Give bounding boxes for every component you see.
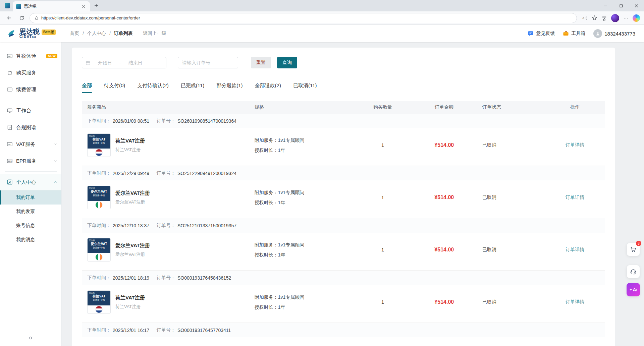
tab-cancelled[interactable]: 已取消(11): [293, 82, 317, 93]
thumbnail-banner: 思达税 爱尔兰VAT 新注册+申报: [88, 186, 110, 201]
spec-line-2: 授权时长：1年: [255, 145, 354, 155]
order-row: 思达税 荷兰VAT 新注册+申报 荷兰VAT注册 荷兰VAT注册: [82, 285, 605, 323]
order-group-header: 下单时间： 2025/12/29 09:49 订单号： SO2512290949…: [82, 166, 605, 180]
sidebar-item-epr-services[interactable]: EPR EPR服务: [0, 153, 61, 169]
date-end-input[interactable]: [122, 60, 149, 65]
product-cell: 思达税 爱尔兰VAT 新注册+申报 爱尔兰VAT注册 爱尔兰VAT注册: [82, 238, 255, 262]
tab-payment-confirming[interactable]: 支付待确认(2): [137, 82, 168, 93]
new-badge: NEW: [46, 54, 57, 58]
sidebar-item-compliance-map[interactable]: 合规图谱: [0, 119, 61, 136]
sidebar-sub-item-my-messages[interactable]: 我的消息: [0, 233, 61, 247]
collections-icon[interactable]: [601, 15, 607, 21]
refresh-button[interactable]: [17, 13, 27, 23]
sidebar-sub-item-my-orders[interactable]: 我的订单: [0, 190, 61, 205]
sidebar-item-workbench[interactable]: 工作台: [0, 102, 61, 119]
order-number-value: SO000193176457703411: [177, 328, 231, 333]
status-value: 已取消: [477, 194, 545, 200]
thumbnail-banner: 思达税 荷兰VAT 新注册+申报: [88, 291, 110, 305]
tab-completed[interactable]: 已完成(11): [181, 82, 205, 93]
brand-title: 思达税: [19, 28, 40, 35]
reset-button[interactable]: 重置: [251, 57, 271, 68]
address-bar[interactable]: https://client-dev.cidatax.com/personal-…: [30, 13, 577, 23]
profile-avatar[interactable]: [611, 14, 619, 22]
product-subtitle: 荷兰VAT注册: [115, 147, 145, 153]
browser-tab[interactable]: 思达税: [13, 1, 90, 11]
action-cell: 订单详情: [545, 194, 605, 200]
maximize-button[interactable]: [613, 0, 629, 11]
thumbnail-title: 荷兰VAT: [93, 294, 106, 299]
country-flag: [95, 149, 103, 156]
order-row: 思达税 荷兰VAT 新注册+申报 荷兰VAT注册 荷兰VAT注册: [82, 128, 605, 166]
brand-logo[interactable]: 思达税 CiDATax Beta版: [7, 28, 70, 39]
flag-stripe: [98, 201, 100, 208]
breadcrumb-item-home[interactable]: 首页: [70, 31, 79, 37]
cart-icon: [630, 246, 637, 253]
date-start-input[interactable]: [92, 60, 118, 65]
spec-cell: 附加服务：1v1专属顾问 授权时长：1年: [255, 292, 354, 312]
flag-stripe: [96, 201, 98, 208]
orders-card: - 重置 查询 全部 待支付(0) 支付待确认(2) 已完成(11) 部分退款(…: [72, 48, 615, 346]
tab-favicon: [16, 4, 21, 9]
svg-text:A: A: [582, 16, 584, 19]
sidebar-item-label: 购买服务: [16, 70, 57, 76]
sidebar-sub-item-account-info[interactable]: 账号信息: [0, 219, 61, 233]
amount-value: ¥514.00: [412, 247, 477, 253]
thumbnail-banner: 思达税 爱尔兰VAT 新注册+申报: [88, 238, 110, 253]
tab-all[interactable]: 全部: [82, 82, 92, 93]
chevron-up-icon: [53, 180, 57, 184]
sidebar-item-label: 工作台: [16, 108, 57, 114]
vat-box-icon: VAT: [7, 53, 13, 59]
more-menu-icon[interactable]: [623, 15, 629, 21]
order-detail-link[interactable]: 订单详情: [566, 194, 584, 200]
spec-line-2: 授权时长：1年: [255, 302, 354, 312]
order-group: 下单时间： 2025/12/01 18:19 订单号： SO0001931764…: [82, 270, 605, 323]
vat-box-icon: VAT: [7, 141, 13, 147]
order-row: 思达税 爱尔兰VAT 新注册+申报 爱尔兰VAT注册 爱尔兰VAT注册: [82, 180, 605, 218]
site-info-lock-icon[interactable]: [35, 16, 39, 20]
tab-close-icon[interactable]: [80, 3, 87, 9]
sidebar-divider: [5, 171, 57, 172]
favorite-star-icon[interactable]: [592, 15, 597, 21]
product-thumbnail: 思达税 荷兰VAT 新注册+申报: [87, 290, 111, 314]
order-number-label: 订单号：: [157, 170, 175, 176]
order-detail-link[interactable]: 订单详情: [566, 142, 584, 148]
collapse-sidebar-icon[interactable]: [0, 335, 61, 341]
order-number-input[interactable]: [178, 57, 238, 68]
back-button[interactable]: [4, 13, 14, 23]
toolbox-button[interactable]: 工具箱: [563, 31, 585, 37]
date-range-input[interactable]: -: [82, 57, 166, 68]
support-chat-button[interactable]: [627, 265, 640, 278]
order-group-header: 下单时间： 2025/12/01 16:17 订单号： SO0001931764…: [82, 323, 605, 337]
query-button[interactable]: 查询: [277, 57, 297, 68]
brand-subtitle: CiDATax: [19, 35, 40, 39]
sidebar-item-vat-services[interactable]: VAT VAT服务: [0, 136, 61, 153]
table-header-action: 操作: [545, 104, 605, 110]
status-value: 已取消: [477, 142, 545, 148]
order-group-partial: 下单时间： 2025/12/01 16:17 订单号： SO0001931764…: [82, 323, 605, 337]
close-button[interactable]: [629, 0, 644, 11]
ai-assistant-button[interactable]: Ai: [627, 283, 640, 296]
copilot-icon[interactable]: [633, 14, 640, 22]
minimize-button[interactable]: [598, 0, 613, 11]
cart-button[interactable]: 8: [627, 243, 640, 256]
sidebar-item-personal-center[interactable]: 个人中心: [0, 174, 61, 190]
user-account[interactable]: 18324433773: [593, 29, 635, 38]
feedback-button[interactable]: 意见反馈: [528, 31, 555, 37]
sidebar-item-renewal[interactable]: 续费管理: [0, 81, 61, 98]
spec-line-2: 授权时长：1年: [255, 197, 354, 208]
order-detail-link[interactable]: 订单详情: [566, 299, 584, 304]
user-avatar-icon[interactable]: [593, 29, 602, 38]
new-tab-button[interactable]: [92, 1, 101, 10]
sidebar-item-buy-services[interactable]: 购买服务: [0, 64, 61, 81]
spec-line-1: 附加服务：1v1专属顾问: [255, 135, 354, 145]
breadcrumb-item-personal-center[interactable]: 个人中心: [87, 31, 106, 37]
tab-partial-refund[interactable]: 部分退款(1): [216, 82, 243, 93]
back-to-previous-link[interactable]: 返回上一级: [143, 31, 166, 37]
tab-full-refund[interactable]: 全部退款(2): [255, 82, 281, 93]
thumbnail-flag-area: [88, 149, 110, 157]
sidebar-sub-item-my-invoices[interactable]: 我的发票: [0, 205, 61, 219]
sidebar-item-tax-experience[interactable]: VAT 算税体验 NEW: [0, 48, 61, 64]
order-detail-link[interactable]: 订单详情: [566, 247, 584, 252]
tab-pending-payment[interactable]: 待支付(0): [104, 82, 125, 93]
read-aloud-icon[interactable]: A: [582, 15, 588, 21]
